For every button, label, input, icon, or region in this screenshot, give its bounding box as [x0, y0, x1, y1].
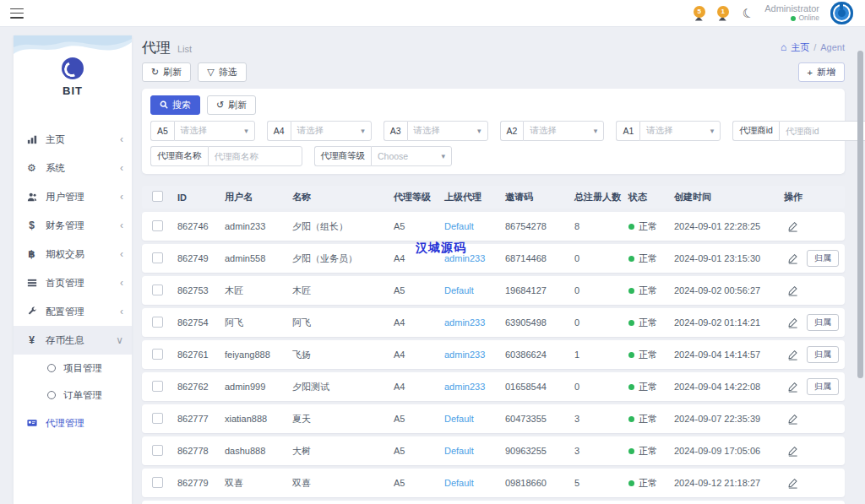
edit-icon[interactable]: [787, 221, 798, 232]
filter-refresh-button[interactable]: ↺ 刷新: [207, 95, 256, 115]
cell-level: A4: [394, 382, 444, 392]
table-row: 862761feiyang888飞扬A4admin233603866241正常2…: [142, 340, 845, 369]
cell-name: 夕阳测试: [292, 381, 394, 393]
row-checkbox[interactable]: [152, 285, 163, 295]
assign-button[interactable]: 归属: [807, 346, 839, 363]
cell-username: 木匠: [225, 285, 292, 297]
cell-level: A5: [394, 414, 444, 424]
filter-group-a4: A4请选择▾: [267, 121, 372, 141]
parent-agent-link[interactable]: Default: [444, 478, 474, 488]
edit-icon[interactable]: [787, 446, 798, 457]
side-menu: 主页‹⚙系统‹用户管理‹$财务管理‹฿期权交易‹首页管理‹配置管理‹¥存币生息∨…: [14, 120, 132, 437]
breadcrumb: ⌂ 主页 / Agent: [781, 41, 845, 54]
add-button[interactable]: + 新增: [798, 62, 845, 82]
status-text: 正常: [639, 445, 657, 458]
edit-icon[interactable]: [787, 414, 798, 425]
edit-icon[interactable]: [787, 350, 798, 360]
agent-id-input[interactable]: [779, 121, 865, 141]
edit-icon[interactable]: [787, 253, 798, 264]
row-checkbox[interactable]: [152, 349, 163, 360]
scrollbar-thumb[interactable]: [857, 51, 863, 378]
watermark: 汉城源码: [416, 241, 466, 256]
status-text: 正常: [639, 477, 657, 490]
sidebar-item-label: 用户管理: [46, 191, 120, 203]
edit-icon[interactable]: [787, 317, 798, 328]
refresh-button[interactable]: ↻ 刷新: [142, 62, 191, 82]
cell-username: admin233: [225, 221, 292, 231]
row-checkbox[interactable]: [152, 220, 163, 231]
cell-status: 正常: [628, 381, 674, 393]
sidebar-item-用户管理[interactable]: 用户管理‹: [14, 182, 132, 211]
menu-toggle-icon[interactable]: [10, 8, 24, 19]
cell-level: A4: [394, 350, 444, 360]
filter-group-a1: A1请选择▾: [616, 121, 721, 141]
cell-level: A5: [394, 446, 444, 456]
breadcrumb-home-link[interactable]: 主页: [791, 41, 809, 54]
sidebar-subitem-订单管理[interactable]: 订单管理: [14, 382, 132, 409]
plus-icon: +: [808, 68, 813, 78]
cell-registered-count: 5: [574, 478, 628, 488]
parent-agent-link[interactable]: Default: [444, 414, 474, 424]
sidebar-item-代理管理[interactable]: 代理管理: [14, 409, 132, 437]
edit-icon[interactable]: [787, 285, 798, 296]
sidebar-item-系统[interactable]: ⚙系统‹: [14, 154, 132, 182]
row-checkbox[interactable]: [152, 445, 163, 456]
sidebar-item-存币生息[interactable]: ¥存币生息∨: [14, 326, 132, 355]
online-dot-icon: [791, 16, 796, 21]
row-checkbox[interactable]: [152, 477, 163, 488]
sidebar-item-首页管理[interactable]: 首页管理‹: [14, 268, 132, 297]
parent-agent-link[interactable]: admin233: [444, 382, 485, 392]
filter-select-a3[interactable]: 请选择▾: [407, 121, 488, 141]
cell-invite-code: 60386624: [505, 350, 574, 360]
status-dot-icon: [628, 320, 634, 326]
status-dot-icon: [628, 448, 634, 454]
row-checkbox[interactable]: [152, 317, 163, 328]
row-checkbox[interactable]: [152, 413, 163, 424]
parent-agent-link[interactable]: Default: [444, 285, 474, 295]
search-button[interactable]: 搜索: [150, 95, 200, 115]
sidebar-item-财务管理[interactable]: $财务管理‹: [14, 211, 132, 240]
select-all-checkbox[interactable]: [152, 191, 163, 202]
filter-select-a1[interactable]: 请选择▾: [639, 121, 721, 141]
reset-icon: ↺: [216, 100, 224, 111]
parent-agent-link[interactable]: admin233: [444, 350, 485, 360]
parent-agent-link[interactable]: Default: [444, 221, 474, 231]
row-checkbox[interactable]: [152, 252, 163, 263]
cell-id: 862762: [177, 382, 225, 392]
avatar[interactable]: [830, 2, 853, 24]
cell-name: 阿飞: [292, 317, 394, 329]
sidebar-item-label: 存币生息: [46, 334, 116, 347]
row-checkbox[interactable]: [152, 381, 163, 392]
main-content: 代理 List ⌂ 主页 / Agent ↻ 刷新 ▽ 筛选 + 新增: [142, 37, 845, 504]
breadcrumb-current: Agent: [820, 42, 845, 52]
search-label: 搜索: [172, 99, 191, 111]
dark-mode-toggle-icon[interactable]: ☾: [740, 4, 755, 22]
sidebar-item-label: 财务管理: [46, 219, 120, 232]
assign-button[interactable]: 归属: [807, 314, 839, 331]
filter-select-a2[interactable]: 请选择▾: [523, 121, 604, 141]
agent-level-select[interactable]: Choose ▾: [371, 146, 452, 166]
parent-agent-link[interactable]: Default: [444, 446, 474, 456]
assign-button[interactable]: 归属: [807, 250, 839, 267]
filter-select-a4[interactable]: 请选择▾: [291, 121, 372, 141]
breadcrumb-separator: /: [813, 42, 816, 52]
filter-select-a5[interactable]: 请选择▾: [174, 121, 255, 141]
badge-count: 5: [694, 6, 705, 18]
sidebar-item-主页[interactable]: 主页‹: [14, 125, 132, 154]
edit-icon[interactable]: [787, 382, 798, 393]
notification-badge-icon[interactable]: 5: [693, 6, 708, 21]
cell-parent: Default: [444, 414, 505, 424]
filter-label-a2: A2: [500, 121, 524, 141]
filter-button[interactable]: ▽ 筛选: [198, 62, 246, 82]
notification-badge-icon[interactable]: 1: [716, 6, 732, 21]
user-block[interactable]: Administrator Online: [764, 3, 819, 22]
agent-name-input[interactable]: [208, 146, 302, 166]
assign-button[interactable]: 归属: [807, 378, 839, 395]
filter-group-a2: A2请选择▾: [500, 121, 605, 141]
sidebar-item-期权交易[interactable]: ฿期权交易‹: [14, 240, 132, 268]
sidebar-item-配置管理[interactable]: 配置管理‹: [14, 297, 132, 326]
cell-parent: Default: [444, 285, 505, 295]
parent-agent-link[interactable]: admin233: [444, 317, 485, 328]
edit-icon[interactable]: [787, 478, 798, 489]
sidebar-subitem-项目管理[interactable]: 项目管理: [14, 355, 132, 382]
